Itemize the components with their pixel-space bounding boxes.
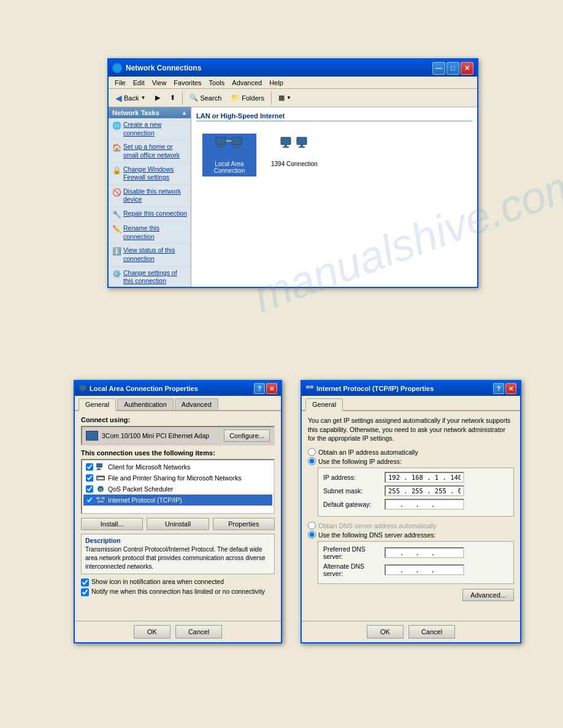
ip-properties-window: Internet Protocol (TCP/IP) Properties ? …: [301, 380, 521, 643]
properties-button[interactable]: Properties: [213, 518, 275, 530]
lac-ok-button[interactable]: OK: [134, 625, 170, 639]
back-button[interactable]: ◀ Back ▼: [111, 91, 150, 105]
up-icon: ⬆: [170, 94, 175, 102]
ip-help-button[interactable]: ?: [493, 383, 504, 394]
home-network-label: Set up a home or small office network: [123, 143, 187, 159]
menu-edit[interactable]: Edit: [129, 78, 148, 88]
repair-label: Repair this connection: [123, 210, 187, 218]
alternate-dns-input[interactable]: [385, 564, 464, 575]
alternate-dns-row: Alternate DNS server:: [323, 563, 508, 577]
home-network-icon: 🏠: [112, 143, 121, 152]
component-tcpip[interactable]: Internet Protocol (TCP/IP): [83, 495, 272, 506]
ip-close-button[interactable]: ✕: [505, 383, 516, 394]
subnet-input[interactable]: [385, 485, 464, 496]
subnet-row: Subnet mask:: [323, 485, 508, 496]
manual-ip-radio[interactable]: [308, 457, 316, 465]
menu-favorites[interactable]: Favorites: [170, 78, 205, 88]
sidebar-item-change-settings[interactable]: ⚙️ Change settings of this connection: [109, 267, 191, 287]
auto-dns-radio[interactable]: [308, 521, 316, 529]
ip-ok-button[interactable]: OK: [367, 625, 404, 639]
description-text: Transmission Control Protocol/Internet P…: [85, 545, 270, 571]
advanced-button[interactable]: Advanced...: [462, 589, 514, 601]
component-client-label: Client for Microsoft Networks: [108, 463, 190, 471]
svg-rect-1: [220, 145, 222, 146]
views-button[interactable]: ▦ ▼: [274, 92, 296, 104]
component-qos-checkbox[interactable]: [86, 485, 93, 493]
menu-advanced[interactable]: Advanced: [228, 78, 266, 88]
tab-authentication[interactable]: Authentication: [117, 398, 174, 410]
manual-ip-radio-row: Use the following IP address:: [308, 457, 514, 465]
uninstall-button[interactable]: Uninstall: [147, 518, 209, 530]
ip-title-text: Internet Protocol (TCP/IP) Properties: [316, 385, 493, 392]
lac-properties-window: Local Area Connection Properties ? ✕ Gen…: [74, 380, 282, 643]
install-button[interactable]: Install...: [81, 518, 143, 530]
svg-rect-12: [299, 146, 305, 148]
component-client-checkbox[interactable]: [86, 463, 93, 471]
change-settings-icon: ⚙️: [112, 270, 121, 278]
menu-help[interactable]: Help: [266, 78, 287, 88]
menu-view[interactable]: View: [148, 78, 170, 88]
forward-button[interactable]: ▶: [151, 92, 164, 104]
nc-toolbar: ◀ Back ▼ ▶ ⬆ 🔍 Search 📁 Folders ▦ ▼: [109, 89, 477, 107]
sidebar-item-repair[interactable]: 🔧 Repair this connection: [109, 207, 191, 222]
network-tasks-label: Network Tasks: [112, 109, 159, 116]
tab-general[interactable]: General: [79, 398, 116, 411]
gateway-input[interactable]: [385, 499, 464, 510]
auto-ip-label: Obtain an IP address automatically: [318, 449, 418, 456]
minimize-button[interactable]: —: [432, 62, 445, 75]
component-tcpip-checkbox[interactable]: [86, 496, 93, 504]
sidebar-item-firewall[interactable]: 🔒 Change Windows Firewall settings: [109, 163, 191, 185]
svg-rect-8: [285, 145, 287, 146]
show-icon-label: Show icon in notification area when conn…: [91, 578, 224, 586]
ip-tab-general[interactable]: General: [305, 398, 343, 411]
nc-title-icon: 🌐: [112, 63, 122, 73]
sidebar-item-disable-device[interactable]: 🚫 Disable this network device: [109, 185, 191, 207]
component-qos[interactable]: Q QoS Packet Scheduler: [83, 483, 272, 495]
views-icon: ▦: [278, 94, 285, 102]
component-client-microsoft[interactable]: Client for Microsoft Networks: [83, 461, 272, 472]
ip-title-icon: [305, 384, 314, 393]
connection-1394-item[interactable]: 1394 Connection: [269, 134, 320, 176]
manual-dns-radio[interactable]: [308, 531, 316, 539]
sidebar-item-view-status[interactable]: ℹ️ View status of this connection: [109, 244, 191, 266]
configure-button[interactable]: Configure...: [224, 430, 270, 442]
ip-cancel-button[interactable]: Cancel: [408, 625, 455, 639]
auto-ip-radio[interactable]: [308, 448, 316, 456]
components-list: Client for Microsoft Networks File and P…: [81, 459, 275, 514]
bottom-checkboxes: Show icon in notification area when conn…: [81, 578, 275, 596]
component-tcpip-icon: [96, 496, 105, 504]
lac-help-button[interactable]: ?: [254, 383, 265, 394]
svg-rect-10: [297, 137, 307, 145]
preferred-dns-input[interactable]: [385, 547, 464, 558]
svg-rect-24: [101, 497, 105, 499]
svg-rect-28: [310, 385, 313, 389]
notify-label: Notify me when this connection has limit…: [91, 588, 265, 596]
show-icon-check-row: Show icon in notification area when conn…: [81, 578, 275, 586]
notify-checkbox[interactable]: [81, 588, 89, 596]
lac-titlebar: Local Area Connection Properties ? ✕: [75, 381, 281, 396]
maximize-button[interactable]: □: [446, 62, 459, 75]
lac-action-buttons: Install... Uninstall Properties: [81, 518, 275, 530]
up-button[interactable]: ⬆: [166, 92, 180, 104]
svg-rect-16: [96, 463, 102, 468]
rename-label: Rename this connection: [123, 224, 187, 241]
show-icon-checkbox[interactable]: [81, 578, 89, 586]
component-file-printer-checkbox[interactable]: [86, 474, 93, 482]
lac-cancel-button[interactable]: Cancel: [175, 625, 222, 639]
component-file-printer[interactable]: File and Printer Sharing for Microsoft N…: [83, 472, 272, 483]
sidebar-item-rename[interactable]: ✏️ Rename this connection: [109, 222, 191, 244]
adapter-name: 3Com 10/100 Mini PCI Ethernet Adap: [102, 432, 220, 439]
menu-tools[interactable]: Tools: [205, 78, 229, 88]
folders-button[interactable]: 📁 Folders: [227, 92, 269, 104]
close-button[interactable]: ✕: [461, 62, 473, 75]
sidebar-item-create-connection[interactable]: 🌐 Create a new connection: [109, 118, 191, 140]
svg-rect-23: [96, 497, 100, 499]
ip-address-input[interactable]: [385, 472, 464, 483]
menu-file[interactable]: File: [111, 78, 129, 88]
ip-address-radio-group: Obtain an IP address automatically Use t…: [308, 448, 514, 465]
sidebar-item-home-network[interactable]: 🏠 Set up a home or small office network: [109, 140, 191, 162]
local-area-connection-item[interactable]: Local Area Connection: [202, 134, 256, 176]
lac-close-button[interactable]: ✕: [266, 383, 277, 394]
search-button[interactable]: 🔍 Search: [185, 92, 226, 104]
tab-advanced[interactable]: Advanced: [175, 398, 218, 410]
